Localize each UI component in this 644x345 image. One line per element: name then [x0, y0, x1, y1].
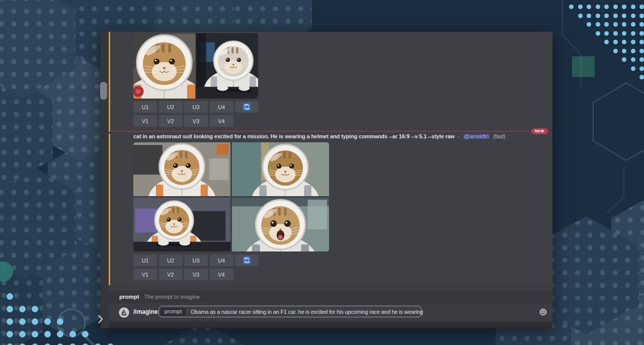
generation-mode: (fast) [493, 133, 505, 139]
generated-image[interactable] [133, 33, 195, 99]
scrollbar-thumb[interactable] [100, 82, 107, 100]
option-name: prompt [119, 294, 139, 300]
prompt-field-value[interactable]: Obama as a nascar racer sitting in an F1… [191, 309, 423, 315]
expand-chevron[interactable] [98, 315, 103, 325]
v1-button[interactable]: V1 [133, 115, 157, 127]
v4-button[interactable]: V4 [210, 115, 233, 127]
v3-button[interactable]: V3 [184, 269, 208, 280]
u3-button[interactable]: U3 [184, 101, 208, 113]
v3-button[interactable]: V3 [184, 115, 208, 127]
teal-square-decoration [572, 56, 595, 77]
v4-button[interactable]: V4 [210, 269, 233, 280]
slash-option-hint: prompt The prompt to imagine [119, 294, 200, 300]
upscale-button-row: U1 U2 U3 U4 [133, 254, 259, 266]
generated-image[interactable] [232, 142, 329, 196]
upscale-button-row: U1 U2 U3 U4 [133, 101, 259, 113]
right-chevron-icon [98, 315, 103, 323]
slash-command-label: /imagine [133, 308, 158, 315]
generated-image[interactable] [196, 33, 258, 99]
generated-image-grid-partial[interactable] [133, 33, 258, 99]
generated-image[interactable] [133, 142, 230, 196]
emoji-picker-button[interactable] [539, 308, 547, 316]
variation-button-row: V1 V2 V3 V4 [133, 269, 233, 280]
generated-image[interactable] [232, 198, 329, 251]
reroll-button[interactable] [235, 254, 259, 266]
option-description: The prompt to imagine [144, 294, 200, 300]
variation-button-row: V1 V2 V3 V4 [133, 115, 233, 127]
smiley-icon [539, 308, 546, 315]
discord-window: U1 U2 U3 U4 V1 V2 V3 V4 NEW [101, 32, 552, 328]
u3-button[interactable]: U3 [184, 254, 208, 266]
user-mention[interactable]: @arnoldtri [462, 133, 490, 139]
prompt-text: cat in an astronaut suit looking excited… [133, 133, 455, 139]
v1-button[interactable]: V1 [133, 269, 157, 280]
unread-divider: NEW [112, 131, 550, 132]
message-text: cat in an astronaut suit looking excited… [133, 133, 550, 141]
bot-avatar [119, 307, 129, 318]
reroll-icon [243, 103, 251, 111]
v2-button[interactable]: V2 [159, 115, 183, 127]
u1-button[interactable]: U1 [133, 254, 157, 266]
u4-button[interactable]: U4 [210, 254, 233, 266]
u2-button[interactable]: U2 [159, 254, 183, 266]
v2-button[interactable]: V2 [159, 269, 183, 280]
generated-image-grid[interactable] [133, 142, 329, 251]
reroll-button[interactable] [235, 101, 259, 113]
prompt-field-key: prompt [160, 308, 186, 316]
prompt-input[interactable]: prompt Obama as a nascar racer sitting i… [158, 306, 422, 317]
u1-button[interactable]: U1 [133, 101, 157, 113]
generated-image[interactable] [133, 198, 230, 251]
reroll-icon [243, 256, 251, 264]
u2-button[interactable]: U2 [159, 101, 183, 113]
u4-button[interactable]: U4 [210, 101, 233, 113]
screen: U1 U2 U3 U4 V1 V2 V3 V4 NEW [0, 0, 644, 345]
